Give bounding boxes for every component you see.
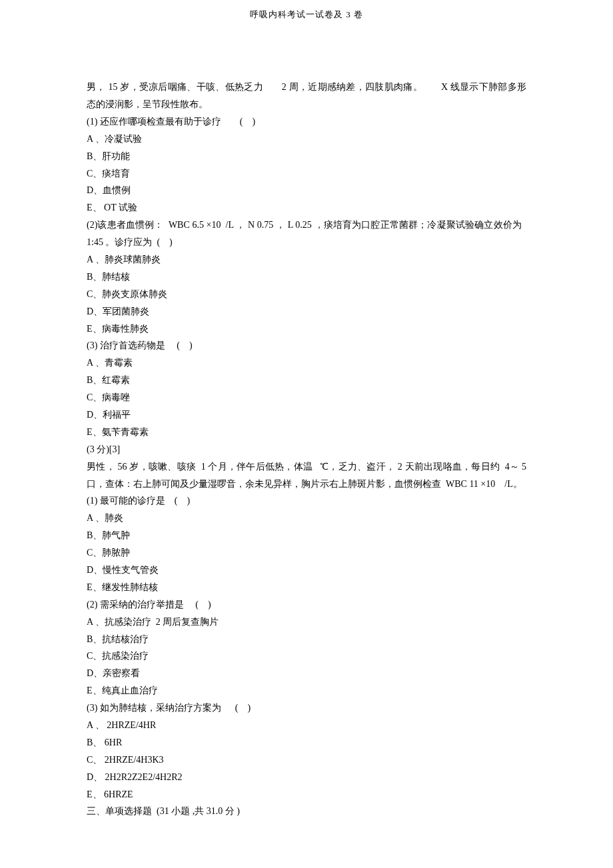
case1-q2: (2)该患者血惯例： WBC 6.5 ×10 /L ， N 0.75 ， L 0… bbox=[87, 217, 526, 251]
case2-q1-option-c: C、肺脓肿 bbox=[87, 544, 526, 562]
case1-q3-option-b: B、红霉素 bbox=[87, 372, 526, 389]
score-note: (3 分)[3] bbox=[87, 441, 526, 458]
case2-q2: (2) 需采纳的治疗举措是 ( ) bbox=[87, 596, 526, 614]
case2-q3-option-d: D、 2H2R2Z2E2/4H2R2 bbox=[87, 769, 526, 786]
case2-q2-option-c: C、抗感染治疗 bbox=[87, 648, 526, 665]
case1-q2-option-c: C、肺炎支原体肺炎 bbox=[87, 286, 526, 303]
case1-q1-option-c: C、痰培育 bbox=[87, 165, 526, 183]
case1-q1-option-a: A 、冷凝试验 bbox=[87, 131, 526, 148]
case2-q2-option-a: A 、抗感染治疗 2 周后复查胸片 bbox=[87, 614, 526, 631]
case2-q1-option-d: D、慢性支气管炎 bbox=[87, 562, 526, 579]
case1-q1-option-d: D、血惯例 bbox=[87, 182, 526, 199]
case1-q1-option-b: B、肝功能 bbox=[87, 148, 526, 165]
case2-q2-option-d: D、亲密察看 bbox=[87, 665, 526, 682]
case1-q3-option-a: A 、青霉素 bbox=[87, 354, 526, 372]
case2-q3-option-b: B、 6HR bbox=[87, 734, 526, 751]
case2-q3-option-a: A 、 2HRZE/4HR bbox=[87, 717, 526, 734]
case2-q1-option-b: B、肺气肿 bbox=[87, 527, 526, 544]
case1-q3-option-e: E、氨苄青霉素 bbox=[87, 424, 526, 441]
page-header: 呼吸内科考试一试卷及 3 卷 bbox=[87, 7, 526, 23]
case2-q1-option-e: E、继发性肺结核 bbox=[87, 579, 526, 596]
case2-q1-option-a: A 、肺炎 bbox=[87, 510, 526, 527]
case2-q2-option-e: E、纯真止血治疗 bbox=[87, 682, 526, 699]
case2-q3-option-c: C、 2HRZE/4H3K3 bbox=[87, 751, 526, 769]
content-body: 男， 15 岁，受凉后咽痛、干咳、低热乏力 2 周，近期感纳差，四肢肌肉痛。 X… bbox=[87, 79, 526, 820]
case1-q2-option-a: A 、肺炎球菌肺炎 bbox=[87, 251, 526, 268]
case1-q2-option-b: B、肺结核 bbox=[87, 268, 526, 286]
case2-intro: 男性， 56 岁，咳嗽、咳痰 1 个月，伴午后低热，体温 ℃，乏力、盗汗， 2 … bbox=[87, 458, 526, 493]
case1-q2-option-e: E、病毒性肺炎 bbox=[87, 320, 526, 338]
case2-q1: (1) 最可能的诊疗是 ( ) bbox=[87, 492, 526, 510]
case1-q3-option-d: D、利福平 bbox=[87, 406, 526, 424]
case1-intro: 男， 15 岁，受凉后咽痛、干咳、低热乏力 2 周，近期感纳差，四肢肌肉痛。 X… bbox=[87, 79, 526, 113]
section-3-heading: 三、单项选择题 (31 小题 ,共 31.0 分 ) bbox=[87, 803, 526, 820]
case2-q2-option-b: B、抗结核治疗 bbox=[87, 631, 526, 648]
case2-q3-option-e: E、 6HRZE bbox=[87, 786, 526, 803]
case2-q3: (3) 如为肺结核，采纳治疗方案为 ( ) bbox=[87, 699, 526, 717]
case1-q3-option-c: C、病毒唑 bbox=[87, 389, 526, 406]
case1-q3: (3) 治疗首选药物是 ( ) bbox=[87, 337, 526, 354]
case1-q1: (1) 还应作哪项检查最有助于诊疗 ( ) bbox=[87, 113, 526, 131]
case1-q1-option-e: E、 OT 试验 bbox=[87, 199, 526, 217]
case1-q2-option-d: D、军团菌肺炎 bbox=[87, 303, 526, 320]
